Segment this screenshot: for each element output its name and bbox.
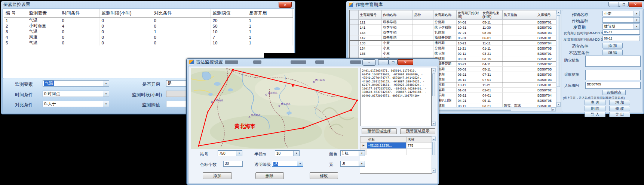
map-canvas[interactable]: 黄北海市 长岭站点温泉站点黑石站点西山站点盘石站点 bbox=[191, 68, 358, 149]
chevron-down-icon[interactable]: ▾ bbox=[359, 151, 365, 156]
import-button[interactable]: 导 入 bbox=[585, 112, 605, 117]
variety-combo[interactable]: ▾ bbox=[602, 17, 640, 23]
width-combo[interactable]: -5 ▾ bbox=[340, 161, 365, 167]
row-selector[interactable] bbox=[350, 46, 359, 51]
coordinates-vscrollbar[interactable]: ▲ ▼ bbox=[432, 68, 436, 126]
crop-window-titlebar[interactable]: 作物生育期库 bbox=[346, 1, 644, 8]
area-grid-vscrollbar[interactable]: ▲ ▼ bbox=[432, 137, 436, 173]
close-icon[interactable]: ✕ bbox=[279, 2, 292, 8]
column-header[interactable]: 编 号 bbox=[4, 9, 27, 18]
monitor-row[interactable]: 4风速00071 bbox=[4, 34, 292, 40]
row-selector[interactable] bbox=[350, 35, 359, 41]
delete-button[interactable]: 删 除 bbox=[585, 106, 605, 111]
compare-combo[interactable]: 0-大于 ▾ bbox=[43, 101, 109, 107]
column-header[interactable]: 发育期结束(时间) bbox=[481, 10, 503, 20]
suitable-add-button[interactable]: 添 加 bbox=[602, 43, 623, 48]
crop-row[interactable]: 135小麦拔节期02-1103-21BD50T01 bbox=[350, 51, 557, 56]
row-selector[interactable] bbox=[350, 41, 359, 46]
chevron-down-icon[interactable]: ▾ bbox=[103, 101, 109, 107]
crop-name-combo[interactable]: 小麦 ▾ bbox=[602, 11, 640, 16]
chevron-down-icon[interactable]: ▾ bbox=[236, 151, 242, 156]
add-area-button[interactable]: 添加 bbox=[203, 172, 232, 179]
scroll-down-icon[interactable]: ▼ bbox=[432, 122, 436, 126]
end-time-input[interactable]: 06-11 bbox=[602, 36, 640, 41]
scrollbar-thumb[interactable] bbox=[432, 142, 435, 155]
area-grid-new-row[interactable]: ✱ bbox=[361, 149, 432, 155]
chevron-down-icon[interactable]: ▾ bbox=[103, 81, 109, 86]
resize-icon[interactable]: ⇔ bbox=[362, 59, 376, 66]
column-header[interactable]: 监测阈值 bbox=[211, 9, 247, 18]
coordinates-textbox[interactable]: 2491.0172034571, 905914.1175410, 63458.1… bbox=[361, 68, 432, 126]
chevron-down-icon[interactable]: ▾ bbox=[103, 91, 109, 97]
radius-combo[interactable]: 10 ▾ bbox=[275, 150, 300, 156]
column-header[interactable]: 发育期名称 bbox=[433, 10, 457, 20]
modify-area-button[interactable]: 修改 bbox=[310, 172, 338, 179]
current-row-marker-icon[interactable]: ▶ bbox=[361, 142, 367, 149]
monitor-row[interactable]: 1气温000201 bbox=[4, 18, 292, 23]
column-header[interactable]: 坐标 bbox=[367, 137, 406, 142]
monitor-window-titlebar[interactable]: 要素监控设置 bbox=[1, 1, 295, 8]
column-header[interactable]: 生育期编号 bbox=[359, 10, 382, 20]
select-station-button[interactable]: 选择站点 bbox=[602, 90, 626, 95]
chevron-down-icon[interactable]: ▾ bbox=[634, 18, 640, 22]
code-input[interactable]: BD50T05 bbox=[585, 82, 641, 89]
element-combo[interactable]: 气温 ▾ bbox=[43, 80, 109, 87]
row-selector[interactable] bbox=[350, 30, 359, 35]
scroll-right-icon[interactable]: ▶ bbox=[551, 107, 555, 111]
column-header[interactable]: 对比条件 bbox=[152, 9, 211, 18]
row-selector[interactable] bbox=[350, 25, 359, 30]
measure-textarea[interactable] bbox=[585, 56, 641, 67]
color-combo[interactable]: 1 红 ▾ bbox=[340, 150, 365, 156]
maximize-icon[interactable]: ❒ bbox=[619, 2, 629, 7]
chevron-down-icon[interactable]: ▾ bbox=[293, 151, 299, 156]
crop-table-vscrollbar[interactable]: ▲ ▼ bbox=[556, 10, 561, 107]
column-header[interactable]: 品种 bbox=[413, 10, 433, 20]
modify-button[interactable]: 修 改 bbox=[609, 106, 630, 111]
area-grid-row[interactable]: ▶ -45122.12238... 775 bbox=[361, 142, 432, 149]
crop-row[interactable]: 147双季早稻抽穗开花期05-0106-01BD50T01 bbox=[350, 35, 557, 41]
crop-row[interactable]: 134小麦分蘖期11-2101-11BD50T05 bbox=[350, 46, 557, 51]
query-button[interactable]: 查 询 bbox=[585, 100, 605, 105]
period-combo[interactable]: 拔节期 ▾ bbox=[602, 23, 640, 29]
monitor-table[interactable]: 编 号监测要素时间条件监测时段(小时)对比条件监测阈值是否开启1气温000201… bbox=[4, 9, 293, 46]
column-header[interactable]: 监测要素 bbox=[27, 9, 60, 18]
monitor-row[interactable]: 2小时雨量400501 bbox=[4, 23, 292, 29]
action-textarea[interactable] bbox=[585, 70, 641, 80]
export-button[interactable]: 导 出 bbox=[609, 112, 630, 117]
crop-row[interactable]: 133小麦播种期10-2111-11BD50T04 bbox=[350, 41, 557, 46]
start-time-input[interactable]: 05-11 bbox=[602, 29, 640, 35]
station-no-combo[interactable]: 750 ▾ bbox=[218, 150, 242, 156]
alpha-combo[interactable]: -5 ▾ bbox=[272, 161, 303, 167]
column-header[interactable]: 是否开启 bbox=[247, 9, 292, 18]
row-selector[interactable] bbox=[350, 20, 359, 25]
column-header[interactable]: 作物名称 bbox=[382, 10, 413, 20]
monitor-row[interactable]: 5气温000101 bbox=[4, 40, 292, 46]
unsuitable-edit-button[interactable]: 编 辑 bbox=[602, 50, 623, 55]
monitor-row[interactable]: 3气温001101 bbox=[4, 29, 292, 34]
coord-cell[interactable] bbox=[367, 149, 406, 155]
show-warning-area-button[interactable]: 预警区域显示 bbox=[400, 128, 435, 134]
close-icon[interactable]: ✕ bbox=[398, 59, 413, 65]
scroll-up-icon[interactable]: ▲ bbox=[432, 137, 436, 141]
scroll-up-icon[interactable]: ▲ bbox=[556, 10, 561, 14]
column-header[interactable]: 入库编号 bbox=[536, 10, 557, 20]
chevron-down-icon[interactable]: ▾ bbox=[297, 161, 303, 166]
close-icon[interactable]: ✕ bbox=[629, 2, 642, 7]
maximize-icon[interactable]: ❒ bbox=[389, 59, 398, 65]
area-grid-table[interactable]: 坐标 名称 ▶ -45122.12238... 775 ✱ bbox=[360, 137, 432, 155]
column-header[interactable]: 防灾措施 bbox=[503, 10, 536, 20]
coord-cell[interactable]: -45122.12238... bbox=[367, 142, 406, 149]
delete-area-button[interactable]: 删除 bbox=[255, 172, 284, 179]
name-cell[interactable] bbox=[406, 149, 432, 155]
crop-row[interactable]: 141双季早稻拔节孕穗期10-3111-30BD50T02 bbox=[350, 25, 557, 30]
minimize-icon[interactable]: — bbox=[378, 59, 389, 65]
crop-row[interactable]: 143双季早稻乳熟期07-2108-20BD50T03 bbox=[350, 30, 557, 35]
scale-count-input[interactable]: 30 bbox=[223, 161, 243, 167]
column-header[interactable]: 时间条件 bbox=[60, 9, 99, 18]
add-button[interactable]: 增 加 bbox=[609, 100, 630, 105]
scroll-down-icon[interactable]: ▼ bbox=[432, 169, 436, 173]
column-header[interactable]: 名称 bbox=[406, 137, 432, 142]
scrollbar-thumb[interactable] bbox=[557, 15, 560, 87]
column-header[interactable]: 发育期开始(时间) bbox=[457, 10, 481, 20]
minimize-icon[interactable]: — bbox=[608, 2, 619, 7]
